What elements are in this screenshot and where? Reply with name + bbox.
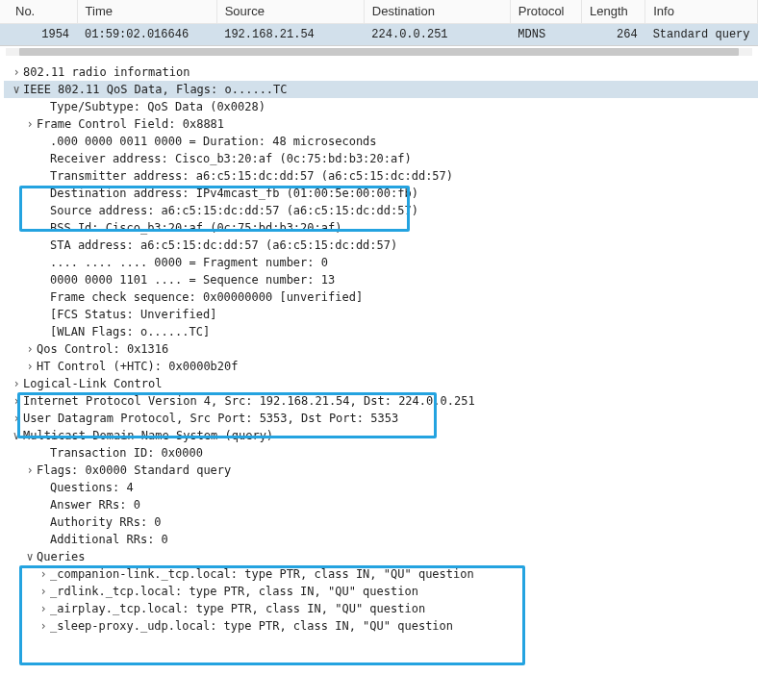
chevron-right-icon[interactable]: › bbox=[37, 583, 50, 600]
col-no[interactable]: No. bbox=[0, 0, 77, 23]
tree-item-queries[interactable]: ∨ Queries bbox=[4, 548, 758, 565]
col-source[interactable]: Source bbox=[216, 0, 364, 23]
tree-item-radio[interactable]: › 802.11 radio information bbox=[4, 63, 758, 81]
tree-item-ieee80211[interactable]: ∨ IEEE 802.11 QoS Data, Flags: o......TC bbox=[4, 81, 758, 98]
chevron-right-icon[interactable]: › bbox=[23, 462, 37, 479]
tree-item[interactable]: ›Receiver address: Cisco_b3:20:af (0c:75… bbox=[4, 150, 758, 167]
tree-item[interactable]: ›Answer RRs: 0 bbox=[4, 496, 758, 513]
tree-item-llc[interactable]: › Logical-Link Control bbox=[4, 375, 758, 392]
chevron-right-icon[interactable]: › bbox=[10, 375, 23, 392]
tree-item[interactable]: ›STA address: a6:c5:15:dc:dd:57 (a6:c5:1… bbox=[4, 237, 758, 254]
chevron-right-icon[interactable]: › bbox=[23, 358, 37, 375]
tree-item-mdns[interactable]: ∨ Multicast Domain Name System (query) bbox=[4, 427, 758, 444]
chevron-right-icon[interactable]: › bbox=[37, 617, 50, 635]
tree-item-query[interactable]: ›_sleep-proxy._udp.local: type PTR, clas… bbox=[4, 617, 758, 635]
chevron-right-icon[interactable]: › bbox=[10, 410, 23, 427]
tree-item[interactable]: ›Type/Subtype: QoS Data (0x0028) bbox=[4, 98, 758, 115]
tree-item[interactable]: ›Questions: 4 bbox=[4, 479, 758, 496]
tree-item-htc[interactable]: ›HT Control (+HTC): 0x0000b20f bbox=[4, 358, 758, 375]
tree-item-query[interactable]: ›_companion-link._tcp.local: type PTR, c… bbox=[4, 565, 758, 583]
cell-length: 264 bbox=[581, 23, 644, 45]
chevron-right-icon[interactable]: › bbox=[10, 63, 23, 81]
tree-item-udp[interactable]: › User Datagram Protocol, Src Port: 5353… bbox=[4, 410, 758, 427]
tree-item[interactable]: ›0000 0000 1101 .... = Sequence number: … bbox=[4, 271, 758, 288]
packet-list-table: No. Time Source Destination Protocol Len… bbox=[0, 0, 758, 46]
tree-item[interactable]: ›[FCS Status: Unverified] bbox=[4, 306, 758, 323]
tree-item-ipv4[interactable]: › Internet Protocol Version 4, Src: 192.… bbox=[4, 392, 758, 410]
col-protocol[interactable]: Protocol bbox=[510, 0, 581, 23]
cell-source: 192.168.21.54 bbox=[216, 23, 364, 45]
tree-item[interactable]: ›BSS Id: Cisco_b3:20:af (0c:75:bd:b3:20:… bbox=[4, 219, 758, 237]
tree-item[interactable]: ›Additional RRs: 0 bbox=[4, 531, 758, 548]
packet-list-hscrollbar[interactable] bbox=[6, 48, 752, 56]
chevron-down-icon[interactable]: ∨ bbox=[23, 548, 37, 565]
tree-item[interactable]: ›.... .... .... 0000 = Fragment number: … bbox=[4, 254, 758, 271]
packet-row[interactable]: 1954 01:59:02.016646 192.168.21.54 224.0… bbox=[0, 23, 758, 45]
tree-item-query[interactable]: ›_airplay._tcp.local: type PTR, class IN… bbox=[4, 600, 758, 617]
tree-item-dst-addr[interactable]: ›Destination address: IPv4mcast_fb (01:0… bbox=[4, 185, 758, 202]
col-info[interactable]: Info bbox=[645, 0, 758, 23]
tree-item-src-addr[interactable]: ›Source address: a6:c5:15:dc:dd:57 (a6:c… bbox=[4, 202, 758, 219]
chevron-right-icon[interactable]: › bbox=[23, 340, 37, 358]
chevron-right-icon[interactable]: › bbox=[37, 565, 50, 583]
tree-item[interactable]: ›Frame check sequence: 0x00000000 [unver… bbox=[4, 288, 758, 306]
cell-protocol: MDNS bbox=[510, 23, 581, 45]
chevron-right-icon[interactable]: › bbox=[37, 600, 50, 617]
tree-item-query[interactable]: ›_rdlink._tcp.local: type PTR, class IN,… bbox=[4, 583, 758, 600]
packet-list-header: No. Time Source Destination Protocol Len… bbox=[0, 0, 758, 23]
tree-item[interactable]: ›.000 0000 0011 0000 = Duration: 48 micr… bbox=[4, 133, 758, 150]
cell-info: Standard query bbox=[645, 23, 758, 45]
chevron-down-icon[interactable]: ∨ bbox=[10, 427, 23, 444]
scrollbar-thumb[interactable] bbox=[19, 48, 739, 56]
chevron-right-icon[interactable]: › bbox=[10, 392, 23, 410]
cell-no: 1954 bbox=[0, 23, 77, 45]
cell-time: 01:59:02.016646 bbox=[77, 23, 216, 45]
tree-item[interactable]: ›Authority RRs: 0 bbox=[4, 513, 758, 531]
tree-item-fcf[interactable]: ›Frame Control Field: 0x8881 bbox=[4, 115, 758, 133]
chevron-right-icon[interactable]: › bbox=[23, 115, 37, 133]
tree-item[interactable]: ›[WLAN Flags: o......TC] bbox=[4, 323, 758, 340]
tree-item-qos[interactable]: ›Qos Control: 0x1316 bbox=[4, 340, 758, 358]
chevron-down-icon[interactable]: ∨ bbox=[10, 81, 23, 98]
tree-item-mdns-flags[interactable]: ›Flags: 0x0000 Standard query bbox=[4, 462, 758, 479]
tree-item[interactable]: ›Transmitter address: a6:c5:15:dc:dd:57 … bbox=[4, 167, 758, 185]
tree-item[interactable]: ›Transaction ID: 0x0000 bbox=[4, 444, 758, 462]
col-time[interactable]: Time bbox=[77, 0, 216, 23]
col-destination[interactable]: Destination bbox=[364, 0, 510, 23]
col-length[interactable]: Length bbox=[581, 0, 644, 23]
cell-destination: 224.0.0.251 bbox=[364, 23, 510, 45]
packet-detail-tree: › 802.11 radio information ∨ IEEE 802.11… bbox=[0, 56, 758, 635]
